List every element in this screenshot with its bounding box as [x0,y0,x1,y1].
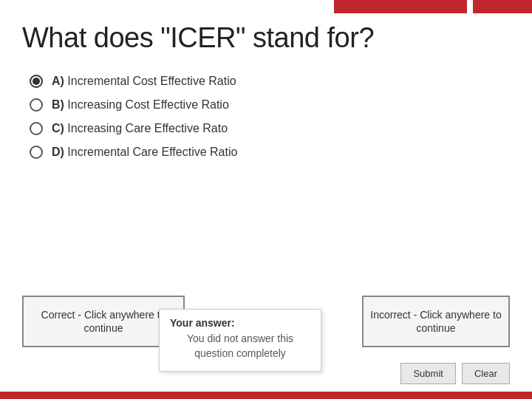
your-answer-text: You did not answer this question complet… [170,332,310,361]
question-title: What does "ICER" stand for? [22,22,510,54]
incorrect-button[interactable]: Incorrect - Click anywhere to continue [362,296,510,347]
your-answer-label: Your answer: [170,317,310,329]
option-a-text: A) Incremental Cost Effective Ratio [52,75,236,88]
action-buttons: Submit Clear [400,363,510,384]
top-bar-gap [467,0,473,13]
radio-b[interactable] [30,98,43,112]
clear-button[interactable]: Clear [462,363,510,384]
bottom-decorative-bar [0,392,532,399]
your-answer-popup: Your answer: You did not answer this que… [159,309,321,372]
option-c[interactable]: C) Increasing Care Effective Rato [30,122,510,135]
top-bar-red-1 [334,0,467,13]
option-d[interactable]: D) Incremental Care Effective Ratio [30,146,510,159]
top-decorative-bars [0,0,532,13]
radio-a[interactable] [30,75,43,88]
option-b-text: B) Increasing Cost Effective Ratio [52,98,229,112]
radio-d[interactable] [30,146,43,159]
submit-button[interactable]: Submit [400,363,455,384]
top-bar-red-2 [473,0,532,13]
bottom-section: Correct - Click anywhere to continue You… [22,296,510,384]
option-b[interactable]: B) Increasing Cost Effective Ratio [30,98,510,112]
option-c-text: C) Increasing Care Effective Rato [52,122,228,135]
options-list: A) Incremental Cost Effective Ratio B) I… [30,75,510,159]
option-a[interactable]: A) Incremental Cost Effective Ratio [30,75,510,88]
radio-c[interactable] [30,122,43,135]
option-d-text: D) Incremental Care Effective Ratio [52,146,237,159]
